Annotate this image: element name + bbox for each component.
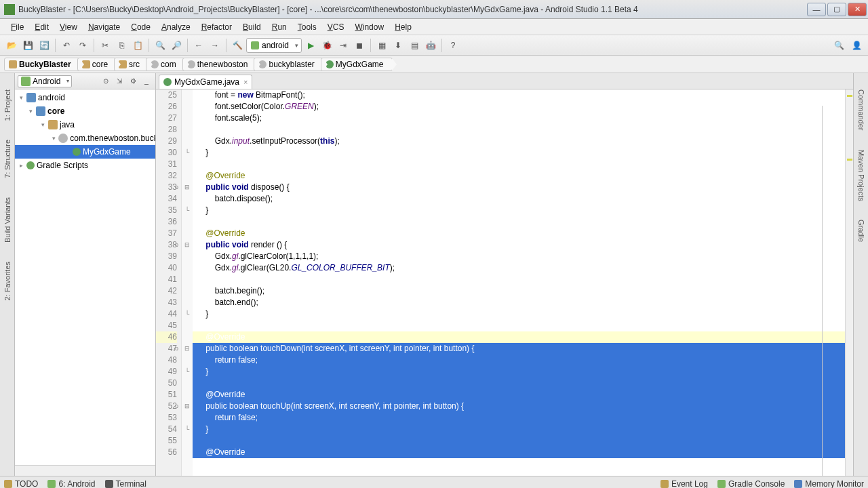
separator xyxy=(149,39,149,52)
tool-button-commander[interactable]: Commander xyxy=(856,87,867,134)
copy-icon[interactable]: ⎘ xyxy=(114,38,129,53)
tool-button-maven-projects[interactable]: Maven Projects xyxy=(856,147,867,204)
breadcrumb-item[interactable]: BuckyBlaster xyxy=(4,58,80,71)
view-label: Android xyxy=(33,77,60,86)
tree-node-android[interactable]: ▾android xyxy=(15,91,155,104)
tool-button----project[interactable]: 1: Project xyxy=(2,87,13,123)
open-icon[interactable]: 📂 xyxy=(4,38,19,53)
close-tab-icon[interactable]: × xyxy=(243,78,248,86)
menu-analyze[interactable]: Analyze xyxy=(156,20,196,34)
gutter-marks[interactable]: └⊟o└⊟o└⊟o└⊟o└ xyxy=(182,89,193,476)
menu-refactor[interactable]: Refactor xyxy=(196,20,237,34)
forward-icon[interactable]: → xyxy=(208,38,222,53)
sync-icon[interactable]: 🔄 xyxy=(37,38,52,53)
avd-manager-icon[interactable]: ▦ xyxy=(374,38,389,53)
close-button[interactable]: ✕ xyxy=(848,3,867,16)
tool-button-gradle[interactable]: Gradle xyxy=(856,217,867,245)
tool-window----android[interactable]: 6: Android xyxy=(47,479,95,489)
menu-navigate[interactable]: Navigate xyxy=(83,20,125,34)
redo-icon[interactable]: ↷ xyxy=(75,38,90,53)
project-tree[interactable]: ▾android ▾core ▾java ▾com.thenewboston.b… xyxy=(15,89,155,465)
warning-marker[interactable] xyxy=(847,159,852,161)
tree-node-java[interactable]: ▾java xyxy=(15,118,155,131)
tree-node-package[interactable]: ▾com.thenewboston.buckyblaster xyxy=(15,131,155,145)
breadcrumb-item[interactable]: MyGdxGame xyxy=(321,58,393,71)
tool-window-event-log[interactable]: Event Log xyxy=(660,479,708,489)
help-icon[interactable]: ? xyxy=(446,38,460,53)
project-view-selector[interactable]: Android xyxy=(18,75,72,87)
collapse-all-icon[interactable]: ⇲ xyxy=(113,75,125,87)
code-editor[interactable]: 2526272829303132333435363738394041424344… xyxy=(156,89,853,476)
attach-debugger-icon[interactable]: ⇥ xyxy=(336,38,351,53)
menu-build[interactable]: Build xyxy=(237,20,267,34)
menu-window[interactable]: Window xyxy=(349,20,389,34)
error-stripe[interactable] xyxy=(845,89,853,476)
back-icon[interactable]: ← xyxy=(191,38,206,53)
menu-view[interactable]: View xyxy=(54,20,83,34)
menu-help[interactable]: Help xyxy=(389,20,417,34)
separator xyxy=(370,39,371,52)
find-icon[interactable]: 🔍 xyxy=(153,38,167,53)
maximize-button[interactable]: ▢ xyxy=(827,3,846,16)
right-tool-strip: CommanderMaven ProjectsGradle xyxy=(853,73,868,476)
sidebar-header: Android ⊙ ⇲ ⚙ ⎯ xyxy=(15,73,155,89)
tool-window-memory-monitor[interactable]: Memory Monitor xyxy=(794,479,864,489)
menu-tools[interactable]: Tools xyxy=(292,20,322,34)
tool-window-gradle-console[interactable]: Gradle Console xyxy=(717,479,785,489)
menu-code[interactable]: Code xyxy=(125,20,156,34)
editor-splitter[interactable] xyxy=(822,106,823,476)
sdk-manager-icon[interactable]: ⬇ xyxy=(391,38,406,53)
tool-button----favorites[interactable]: 2: Favorites xyxy=(2,259,13,303)
run-icon[interactable]: ▶ xyxy=(303,38,318,53)
breadcrumb-bar: BuckyBlastercoresrccomthenewbostonbuckyb… xyxy=(0,56,868,73)
separator xyxy=(226,39,226,52)
tool-window-todo[interactable]: TODO xyxy=(4,479,38,489)
module-icon xyxy=(26,93,36,102)
tool-button----structure[interactable]: 7: Structure xyxy=(2,137,13,181)
code-content[interactable]: font = new BitmapFont(); font.setColor(C… xyxy=(193,89,845,476)
tool-button-build-variants[interactable]: Build Variants xyxy=(2,195,13,245)
undo-icon[interactable]: ↶ xyxy=(59,38,74,53)
ddms-icon[interactable]: ▤ xyxy=(407,38,422,53)
breadcrumb-item[interactable]: thenewboston xyxy=(182,58,257,71)
stop-icon[interactable]: ◼ xyxy=(352,38,367,53)
tree-node-gradle[interactable]: ▸Gradle Scripts xyxy=(15,159,155,172)
window-controls: — ▢ ✕ xyxy=(807,3,868,16)
cut-icon[interactable]: ✂ xyxy=(98,38,113,53)
tree-node-core[interactable]: ▾core xyxy=(15,104,155,118)
line-numbers: 2526272829303132333435363738394041424344… xyxy=(156,89,182,476)
right-tool-windows: Event LogGradle ConsoleMemory Monitor xyxy=(660,479,864,489)
debug-icon[interactable]: 🐞 xyxy=(319,38,334,53)
paste-icon[interactable]: 📋 xyxy=(130,38,145,53)
minimize-button[interactable]: — xyxy=(807,3,826,16)
replace-icon[interactable]: 🔎 xyxy=(169,38,184,53)
run-config-selector[interactable]: android xyxy=(246,38,302,53)
menu-run[interactable]: Run xyxy=(267,20,292,34)
sidebar-scrollbar[interactable] xyxy=(15,465,155,476)
breadcrumb-item[interactable]: buckyblaster xyxy=(254,58,323,71)
tab-mygdxgame[interactable]: MyGdxGame.java × xyxy=(159,75,252,89)
settings-icon[interactable]: ⚙ xyxy=(127,75,139,87)
scroll-from-source-icon[interactable]: ⊙ xyxy=(100,75,112,87)
save-icon[interactable]: 💾 xyxy=(20,38,35,53)
separator xyxy=(441,39,442,52)
menu-vcs[interactable]: VCS xyxy=(322,20,350,34)
tree-node-class[interactable]: MyGdxGame xyxy=(15,145,155,159)
module-icon xyxy=(36,106,45,116)
tool-window-terminal[interactable]: Terminal xyxy=(105,479,146,489)
warning-marker[interactable] xyxy=(847,95,852,97)
title-bar: BuckyBlaster - [C:\Users\Bucky\Desktop\A… xyxy=(0,0,868,19)
menu-file[interactable]: File xyxy=(5,20,29,34)
user-icon[interactable]: 👤 xyxy=(849,38,864,53)
editor-pane: MyGdxGame.java × 25262728293031323334353… xyxy=(156,73,853,476)
menu-edit[interactable]: Edit xyxy=(29,20,54,34)
hide-icon[interactable]: ⎯ xyxy=(140,75,153,87)
app-icon xyxy=(4,4,15,15)
bottom-tool-bar: TODO6: AndroidTerminal Event LogGradle C… xyxy=(0,476,868,488)
window-title: BuckyBlaster - [C:\Users\Bucky\Desktop\A… xyxy=(18,5,807,14)
search-everywhere-icon[interactable]: 🔍 xyxy=(831,38,846,53)
separator xyxy=(187,39,188,52)
make-icon[interactable]: 🔨 xyxy=(230,38,245,53)
android-device-monitor-icon[interactable]: 🤖 xyxy=(423,38,438,53)
android-icon xyxy=(251,41,259,49)
